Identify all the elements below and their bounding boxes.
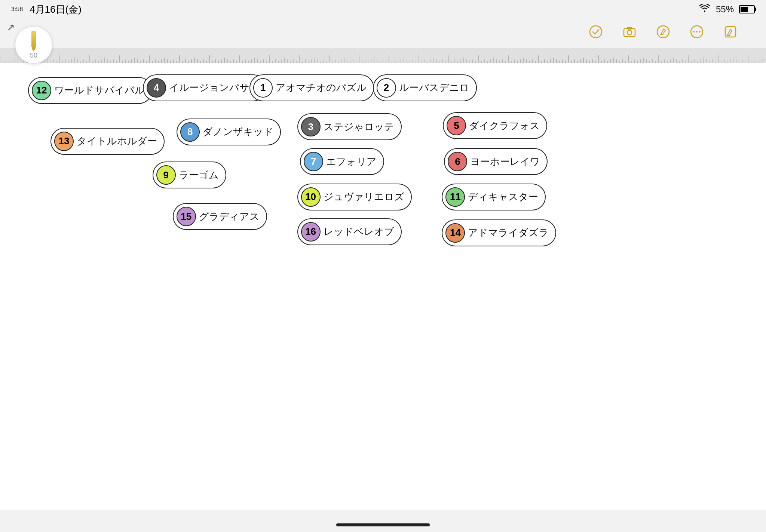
bubble-text-b7: エフォリア bbox=[326, 155, 377, 168]
tool-circle[interactable]: 50 bbox=[15, 26, 52, 64]
bubble-b5: 5ダイクラフォス bbox=[443, 112, 547, 139]
bubble-text-b12: ワールドサバイバル bbox=[54, 84, 145, 97]
check-button[interactable] bbox=[586, 22, 605, 41]
bubble-num-b3: 3 bbox=[301, 117, 321, 136]
bubble-b13: 13タイトルホルダー bbox=[50, 128, 165, 155]
svg-point-9 bbox=[699, 31, 701, 33]
bubble-num-b8: 8 bbox=[180, 122, 200, 142]
notes-area: 12ワールドサバイバル4イルージョンパサー1アオマチオのパズル2ルーパスデニロ1… bbox=[0, 67, 766, 366]
bubble-text-b9: ラーゴム bbox=[179, 169, 219, 182]
bubble-b6: 6ヨーホーレイワ bbox=[444, 148, 548, 175]
bubble-b3: 3ステジゃロッテ bbox=[297, 113, 402, 140]
status-time: 3:58 bbox=[11, 6, 23, 13]
bubble-num-b5: 5 bbox=[447, 116, 466, 135]
svg-point-0 bbox=[590, 26, 602, 38]
bubble-b8: 8ダノンザキッド bbox=[177, 119, 281, 145]
bubble-b11: 11ディキャスター bbox=[442, 184, 546, 210]
bubble-text-b2: ルーパスデニロ bbox=[399, 81, 469, 94]
bubble-b2: 2ルーパスデニロ bbox=[373, 74, 477, 101]
bubble-text-b5: ダイクラフォス bbox=[469, 119, 540, 132]
more-button[interactable] bbox=[687, 22, 706, 41]
svg-point-7 bbox=[693, 31, 695, 33]
bubble-text-b13: タイトルホルダー bbox=[77, 135, 157, 148]
bubble-num-b7: 7 bbox=[304, 152, 323, 171]
bubble-b1: 1アオマチオのパズル bbox=[249, 74, 374, 101]
camera-button[interactable] bbox=[620, 22, 639, 41]
svg-point-8 bbox=[696, 31, 698, 33]
svg-rect-1 bbox=[624, 28, 635, 37]
svg-point-2 bbox=[627, 30, 632, 35]
bubble-text-b14: アドマライダズラ bbox=[468, 226, 549, 239]
bubble-num-b11: 11 bbox=[445, 187, 465, 207]
bubble-text-b3: ステジゃロッテ bbox=[324, 120, 394, 133]
bubble-b12: 12ワールドサバイバル bbox=[28, 77, 152, 104]
bubble-num-b16: 16 bbox=[301, 222, 321, 242]
bubble-num-b4: 4 bbox=[147, 78, 166, 98]
bubble-text-b16: レッドベレオブ bbox=[324, 225, 394, 238]
edit-button[interactable] bbox=[721, 22, 740, 41]
bubble-text-b8: ダノンザキッド bbox=[203, 125, 273, 138]
bubble-text-b11: ディキャスター bbox=[468, 190, 538, 203]
bubble-num-b14: 14 bbox=[445, 223, 465, 243]
bubble-num-b2: 2 bbox=[377, 78, 396, 98]
svg-point-4 bbox=[657, 26, 669, 38]
toolbar bbox=[586, 11, 755, 52]
bubble-b9: 9ラーゴム bbox=[153, 162, 226, 188]
bubble-num-b1: 1 bbox=[253, 78, 273, 98]
bubble-b7: 7エフォリア bbox=[300, 148, 384, 175]
bubble-b10: 10ジュヴァリエロズ bbox=[297, 184, 412, 210]
bubble-b15: 15グラディアス bbox=[173, 203, 267, 230]
pen-tool-button[interactable] bbox=[654, 22, 672, 41]
bubble-text-b1: アオマチオのパズル bbox=[276, 81, 367, 94]
tool-label: 50 bbox=[30, 52, 37, 59]
bubble-num-b15: 15 bbox=[177, 207, 196, 226]
bubble-num-b6: 6 bbox=[448, 152, 467, 171]
bubble-text-b6: ヨーホーレイワ bbox=[470, 155, 540, 168]
bubble-num-b9: 9 bbox=[156, 165, 176, 185]
bubble-b4: 4イルージョンパサー bbox=[143, 74, 267, 101]
bubble-num-b10: 10 bbox=[301, 187, 321, 207]
bubble-b14: 14アドマライダズラ bbox=[442, 219, 556, 246]
bubble-b16: 16レッドベレオブ bbox=[297, 218, 402, 245]
tool-selector[interactable]: 50 bbox=[11, 22, 56, 67]
bubble-text-b10: ジュヴァリエロズ bbox=[324, 190, 404, 203]
bubble-num-b13: 13 bbox=[54, 132, 74, 151]
status-date: 4月16日(金) bbox=[30, 3, 82, 16]
bubble-text-b4: イルージョンパサー bbox=[169, 81, 259, 94]
bubble-num-b12: 12 bbox=[32, 81, 51, 100]
bubble-text-b15: グラディアス bbox=[199, 210, 260, 223]
home-bar bbox=[336, 523, 430, 526]
